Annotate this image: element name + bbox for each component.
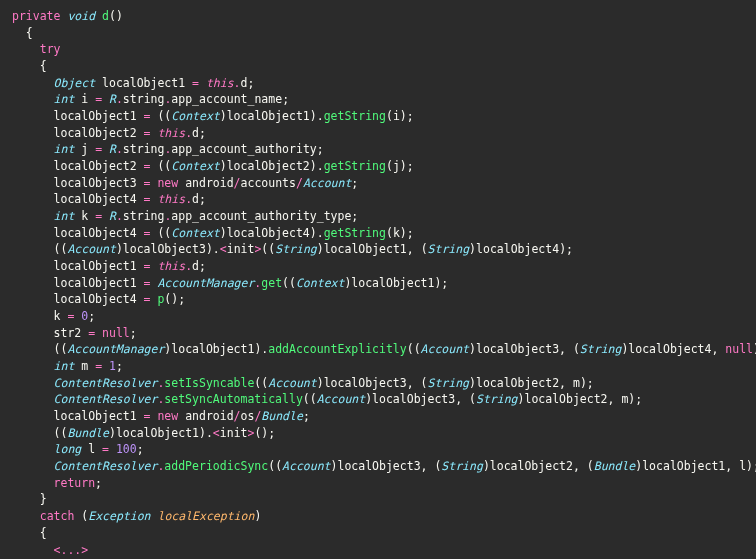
kw-long: long: [54, 442, 82, 456]
var: localObject3: [337, 459, 420, 473]
kw-return: return: [54, 476, 96, 490]
op: =: [81, 326, 102, 340]
type: String: [441, 459, 483, 473]
semi: ;: [130, 326, 137, 340]
op: =: [137, 159, 158, 173]
var: localObject1: [54, 276, 137, 290]
semi: ;: [95, 476, 102, 490]
var: localObject2: [476, 376, 559, 390]
pkg: accounts: [241, 176, 296, 190]
method: addPeriodicSync: [164, 459, 268, 473]
method-name: d: [102, 9, 109, 23]
type: String: [476, 392, 518, 406]
method: setSyncAutomatically: [164, 392, 302, 406]
kw-int: int: [54, 142, 75, 156]
semi: ;: [351, 176, 358, 190]
type: Account: [317, 392, 365, 406]
method: setIsSyncable: [164, 376, 254, 390]
op: =: [137, 192, 158, 206]
op: =: [137, 292, 158, 306]
var: localObject1: [171, 342, 254, 356]
semi: ;: [282, 92, 289, 106]
type: Context: [171, 109, 219, 123]
var: j: [393, 159, 400, 173]
method: addAccountExplicitly: [268, 342, 406, 356]
param: localException: [157, 509, 254, 523]
var: localObject3: [324, 376, 407, 390]
type: Context: [171, 226, 219, 240]
keyword-void: void: [67, 9, 95, 23]
pkg: android: [185, 176, 233, 190]
op: =: [95, 442, 116, 456]
semi: ;: [317, 142, 324, 156]
method: getString: [324, 109, 386, 123]
field: string: [123, 209, 165, 223]
kw-this: this: [157, 126, 185, 140]
var: localObject4: [54, 226, 137, 240]
var: localObject4: [54, 292, 137, 306]
kw-this: this: [206, 76, 234, 90]
op: =: [88, 359, 109, 373]
field: app_account_authority_type: [171, 209, 351, 223]
kw-int: int: [54, 209, 75, 223]
var: k: [393, 226, 400, 240]
kw-catch: catch: [40, 509, 75, 523]
field: app_account_name: [171, 92, 282, 106]
var: str2: [54, 326, 82, 340]
class-r: R: [109, 209, 116, 223]
var: localObject4: [227, 226, 310, 240]
field: d: [192, 126, 199, 140]
keyword-private: private: [12, 9, 60, 23]
method: getString: [324, 159, 386, 173]
pkg: os: [241, 409, 255, 423]
op: =: [137, 176, 158, 190]
type: Account: [421, 342, 469, 356]
code-snippet: private void d() { try { Object localObj…: [0, 0, 756, 559]
op: =: [88, 92, 109, 106]
var: localObject4: [54, 192, 137, 206]
var: localObject1: [324, 242, 407, 256]
var: localObject3: [372, 392, 455, 406]
field: d: [192, 192, 199, 206]
var: localObject1: [54, 259, 137, 273]
var: localObject2: [524, 392, 607, 406]
type: Account: [303, 176, 351, 190]
semi: ;: [116, 359, 123, 373]
var: i: [393, 109, 400, 123]
class-r: R: [109, 92, 116, 106]
num: 100: [116, 442, 137, 456]
var: localObject1: [227, 109, 310, 123]
method: init: [220, 426, 248, 440]
var: localObject3: [54, 176, 137, 190]
semi: ;: [199, 126, 206, 140]
pkg: android: [185, 409, 233, 423]
type: Account: [282, 459, 330, 473]
kw-null: null: [102, 326, 130, 340]
kw-int: int: [54, 92, 75, 106]
type: Bundle: [594, 459, 636, 473]
type: Context: [296, 276, 344, 290]
var: localObject1: [54, 109, 137, 123]
type: String: [428, 376, 470, 390]
var: localObject1: [642, 459, 725, 473]
type: Context: [171, 159, 219, 173]
brace: }: [40, 492, 47, 506]
var: localObject1: [351, 276, 434, 290]
op: =: [60, 309, 81, 323]
op: =: [137, 109, 158, 123]
semi: ;: [303, 409, 310, 423]
kw-new: new: [157, 409, 178, 423]
op: =: [137, 226, 158, 240]
type: AccountManager: [157, 276, 254, 290]
field: string: [123, 92, 165, 106]
semi: ;: [247, 76, 254, 90]
op: =: [137, 409, 158, 423]
type: String: [580, 342, 622, 356]
field: d: [192, 259, 199, 273]
var: localObject2: [54, 159, 137, 173]
semi: ;: [137, 442, 144, 456]
kw-null: null: [725, 342, 753, 356]
var: m: [573, 376, 580, 390]
type: ContentResolver: [54, 376, 158, 390]
ellipsis: <...>: [54, 543, 89, 557]
